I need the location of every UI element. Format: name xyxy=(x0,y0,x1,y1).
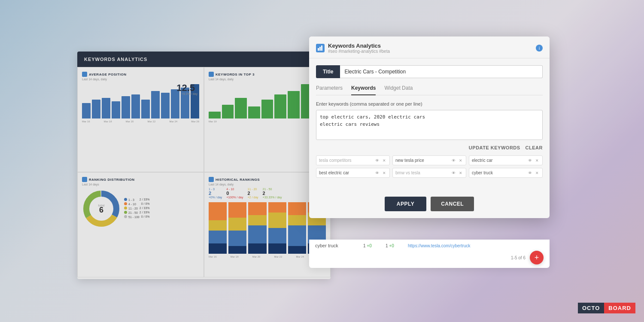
keywords-analytics-modal: Keywords Analytics #seo #marketing-analy… xyxy=(309,36,550,218)
tag-icons: 👁 ✕ xyxy=(374,158,387,163)
tag-icons: 👁 ✕ xyxy=(527,158,540,163)
table-row-data: cyber truck 1 +0 1 +0 https://www.tesla.… xyxy=(315,243,544,248)
eye-icon[interactable]: 👁 xyxy=(451,158,456,163)
modal-title-text: Keywords Analytics #seo #marketing-analy… xyxy=(328,43,390,54)
modal-header: Keywords Analytics #seo #marketing-analy… xyxy=(309,36,550,58)
close-tag-icon[interactable]: ✕ xyxy=(381,170,387,176)
val2-cell: 1 +0 xyxy=(386,243,403,248)
eye-icon[interactable]: 👁 xyxy=(527,158,533,163)
tag-icons: 👁 ✕ xyxy=(451,158,463,163)
close-tag-icon[interactable]: ✕ xyxy=(458,158,463,163)
val1-cell: 1 +0 xyxy=(363,243,380,248)
title-label-btn[interactable]: Title xyxy=(316,65,340,78)
keyword-tag-best-electric-car: best electric car 👁 ✕ xyxy=(316,168,390,178)
bottom-table: cyber truck 1 +0 1 +0 https://www.tesla.… xyxy=(309,240,550,268)
keyword-cell: cyber truck xyxy=(315,243,358,248)
add-button[interactable]: + xyxy=(530,251,544,264)
close-tag-icon[interactable]: ✕ xyxy=(458,170,463,176)
title-row: Title xyxy=(316,65,543,78)
keyword-tags-grid: tesla competitors 👁 ✕ new tesla price 👁 … xyxy=(316,155,543,178)
svg-rect-6 xyxy=(318,48,319,51)
modal-icon xyxy=(316,44,325,52)
svg-rect-8 xyxy=(321,46,322,51)
cancel-button[interactable]: CANCEL xyxy=(431,197,474,211)
keywords-textarea[interactable]: top electric cars, 2020 electric cars el… xyxy=(316,110,543,140)
tag-icons: 👁 ✕ xyxy=(374,170,387,176)
tab-widget-data[interactable]: Widget Data xyxy=(384,85,413,95)
info-icon[interactable]: i xyxy=(536,45,543,52)
eye-icon[interactable]: 👁 xyxy=(374,170,380,176)
brand-octo: OCTO xyxy=(578,303,604,313)
keyword-tag-tesla-competitors: tesla competitors 👁 ✕ xyxy=(316,155,390,165)
eye-icon[interactable]: 👁 xyxy=(527,170,533,176)
keyword-tag-electric-car: electric car 👁 ✕ xyxy=(469,155,543,165)
title-input[interactable] xyxy=(340,65,543,78)
tabs-row: Parameters Keywords Widget Data xyxy=(316,85,543,95)
keyword-tag-new-tesla-price: new tesla price 👁 ✕ xyxy=(392,155,466,165)
modal-body: Title Parameters Keywords Widget Data En… xyxy=(309,58,550,191)
close-tag-icon[interactable]: ✕ xyxy=(534,158,540,163)
eye-slash-icon[interactable]: 👁 xyxy=(374,158,380,163)
svg-rect-7 xyxy=(319,47,321,51)
keywords-label: Enter keywords (comma separated or one p… xyxy=(316,101,543,106)
modal-title-row: Keywords Analytics #seo #marketing-analy… xyxy=(316,43,390,54)
link-cell[interactable]: https://www.tesla.com/cybertruck xyxy=(408,243,471,248)
chart-icon xyxy=(318,46,323,51)
keyword-tag-bmw-vs-tesla: bmw vs tesla 👁 ✕ xyxy=(392,168,466,178)
brand-board: BOARD xyxy=(604,303,635,313)
apply-button[interactable]: APPLY xyxy=(385,197,426,211)
update-keywords-button[interactable]: UPDATE KEYWORDS xyxy=(469,145,520,150)
clear-button[interactable]: CLEAR xyxy=(526,145,543,150)
modal-footer: APPLY CANCEL xyxy=(309,191,550,218)
eye-slash-icon[interactable]: 👁 xyxy=(451,170,456,176)
close-tag-icon[interactable]: ✕ xyxy=(381,158,387,163)
table-pagination: 1-5 of 6 + xyxy=(315,251,544,264)
keywords-actions: UPDATE KEYWORDS CLEAR xyxy=(316,145,543,150)
tag-icons: 👁 ✕ xyxy=(451,170,463,176)
close-tag-icon[interactable]: ✕ xyxy=(534,170,540,176)
tab-parameters[interactable]: Parameters xyxy=(316,85,343,95)
brand: OCTO BOARD xyxy=(578,303,635,313)
tab-keywords[interactable]: Keywords xyxy=(351,85,376,95)
tag-icons: 👁 ✕ xyxy=(527,170,540,176)
keyword-tag-cyber-truck: cyber truck 👁 ✕ xyxy=(469,168,543,178)
